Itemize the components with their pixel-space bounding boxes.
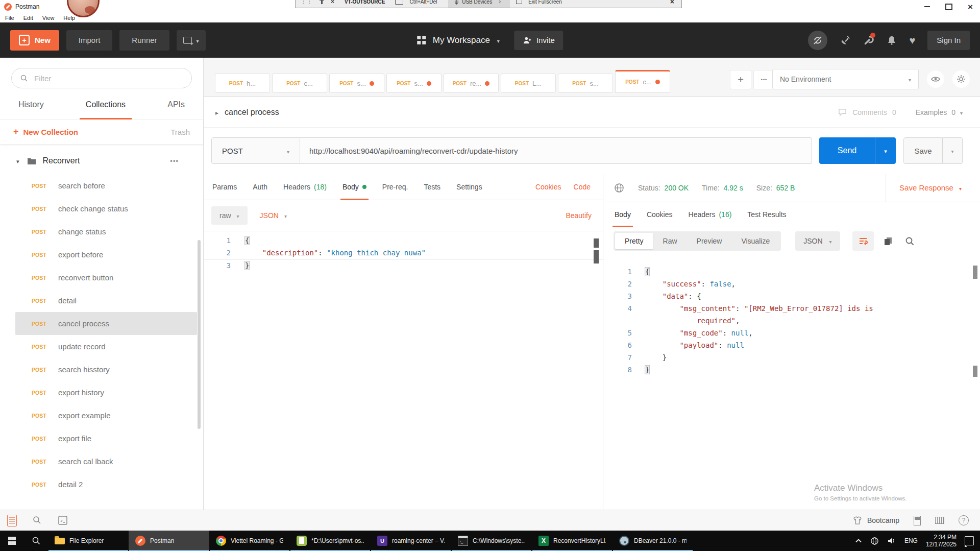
sidebar-request-item[interactable]: POSTcheck change status (15, 197, 197, 220)
body-language-select[interactable]: JSON (260, 211, 287, 220)
response-language-select[interactable]: JSON (795, 231, 840, 251)
open-tab[interactable]: POSTs... (329, 74, 384, 93)
open-tab[interactable]: POSTh... (215, 74, 270, 93)
filter-input[interactable] (33, 74, 183, 83)
chevron-up-icon[interactable] (855, 538, 862, 544)
open-tab[interactable]: POSTL... (501, 74, 556, 93)
trash-button[interactable]: Trash (170, 128, 190, 136)
console-toggle-icon[interactable] (7, 515, 17, 526)
sidebar-request-item[interactable]: POSTexport history (15, 381, 197, 404)
menu-item-edit[interactable]: Edit (23, 15, 33, 21)
examples-button[interactable]: Examples 0 (916, 108, 963, 116)
sidebar-tab-history[interactable]: History (12, 90, 50, 119)
sidebar-request-item[interactable]: POSTcancel process (15, 312, 197, 335)
settings-gear-button[interactable] (952, 70, 970, 88)
close-button[interactable]: × (968, 3, 973, 11)
sidebar-request-item[interactable]: POSTsearch cal lback (15, 450, 197, 473)
view-tab-preview[interactable]: Preview (687, 233, 732, 249)
sidebar-request-item[interactable]: POSTupdate record (15, 335, 197, 358)
tools-icon[interactable]: × (331, 0, 334, 5)
send-button[interactable]: Send (819, 137, 875, 164)
copy-response-button[interactable] (881, 236, 895, 246)
action-center-icon[interactable] (965, 536, 974, 545)
new-collection-button[interactable]: New Collection (13, 127, 78, 137)
taskbar-app-explorer[interactable]: File Explorer (48, 531, 129, 551)
language-indicator[interactable]: ENG (904, 537, 918, 544)
taskbar-app-cmd[interactable]: C:\Windows\syste... (451, 531, 532, 551)
new-button[interactable]: New (10, 30, 59, 51)
minimize-button[interactable] (924, 6, 930, 7)
collection-menu-icon[interactable] (170, 157, 179, 165)
beautify-link[interactable]: Beautify (566, 211, 592, 220)
open-tab[interactable]: POSTc... (615, 70, 670, 93)
taskbar-app-postman[interactable]: Postman (129, 531, 209, 551)
caret-down-icon[interactable] (16, 156, 19, 165)
terminal-icon[interactable] (58, 515, 69, 525)
response-tab-testresults[interactable]: Test Results (746, 202, 787, 227)
view-tab-pretty[interactable]: Pretty (615, 233, 653, 249)
response-tab-cookies[interactable]: Cookies (646, 202, 674, 227)
response-tab-body[interactable]: Body (614, 202, 632, 227)
menu-item-file[interactable]: File (5, 15, 14, 21)
open-tab[interactable]: POSTc... (272, 74, 327, 93)
sign-in-button[interactable]: Sign In (927, 31, 970, 50)
drag-handle-icon[interactable]: ⋮⋮ (301, 0, 313, 5)
sidebar-request-item[interactable]: POSTexport file (15, 427, 197, 450)
import-button[interactable]: Import (66, 30, 113, 51)
exit-fullscreen-icon[interactable] (516, 0, 522, 4)
workspace-switcher[interactable]: My Workspace (417, 35, 500, 45)
menu-item-help[interactable]: Help (63, 15, 75, 21)
new-window-button[interactable] (177, 30, 206, 51)
taskbar-search-button[interactable] (24, 531, 48, 551)
save-options-button[interactable] (943, 137, 963, 164)
response-scrollbar-thumb[interactable] (973, 266, 977, 279)
open-tab[interactable]: POSTs... (558, 74, 613, 93)
search-icon[interactable] (32, 515, 42, 525)
taskbar-clock[interactable]: 2:34 PM 12/17/2025 (926, 534, 957, 548)
request-body-editor[interactable]: 1{2 "description": "khong thich chay nuw… (204, 231, 603, 510)
cookies-link[interactable]: Cookies (535, 183, 561, 191)
taskbar-app-dbeaver[interactable]: DBeaver 21.0.0 - rm... (612, 531, 693, 551)
add-tab-button[interactable] (730, 70, 751, 89)
satellite-icon[interactable] (840, 35, 851, 46)
open-tab[interactable]: POSTre... (444, 74, 499, 93)
request-tab-auth[interactable]: Auth (252, 174, 268, 200)
help-icon[interactable] (959, 515, 969, 525)
request-tab-body[interactable]: Body (341, 174, 368, 200)
maximize-button[interactable] (945, 4, 952, 10)
save-button[interactable]: Save (903, 137, 943, 164)
request-tab-headers[interactable]: Headers(18) (282, 174, 328, 200)
sidebar-request-item[interactable]: POSTdetail (15, 289, 197, 312)
taskbar-app-chrome[interactable]: Viettel Roaming - G... (209, 531, 290, 551)
response-body-viewer[interactable]: 1{2 "success": false,3 "data": {4 "msg_c… (603, 255, 980, 510)
taskbar-app-excel[interactable]: ReconvertHistoryLi... (532, 531, 612, 551)
bootcamp-button[interactable]: Bootcamp (853, 516, 899, 524)
save-response-button[interactable]: Save Response (886, 174, 962, 202)
caret-right-icon[interactable] (215, 108, 218, 117)
sidebar-request-item[interactable]: POSTchange status (15, 220, 197, 243)
sync-disabled-button[interactable] (808, 31, 827, 50)
method-select[interactable]: POST (211, 137, 300, 164)
response-tab-headers[interactable]: Headers(16) (688, 202, 733, 227)
menu-item-view[interactable]: View (42, 15, 55, 21)
pin-icon[interactable] (321, 0, 323, 4)
taskbar-app-ide[interactable]: roaming-center – V... (371, 531, 451, 551)
open-tab[interactable]: POSTs... (386, 74, 442, 93)
toolbar-close-icon[interactable]: × (670, 0, 676, 6)
request-tab-params[interactable]: Params (211, 174, 238, 200)
send-options-button[interactable] (875, 137, 896, 164)
bell-icon[interactable] (887, 35, 897, 46)
runner-button[interactable]: Runner (119, 30, 169, 51)
sidebar-request-item[interactable]: POSTexport example (15, 404, 197, 427)
request-tab-prereq[interactable]: Pre-req. (381, 174, 409, 200)
response-scrollbar-thumb[interactable] (973, 366, 977, 377)
start-button[interactable] (0, 531, 24, 551)
ctrl-alt-del-button[interactable]: Ctrl+Alt+Del (409, 0, 437, 5)
sidebar-request-item[interactable]: POSTsearch hisstory (15, 358, 197, 381)
sidebar-request-item[interactable]: POSTsearch before (15, 174, 197, 197)
environment-select[interactable]: No Environment (772, 69, 919, 89)
collection-header[interactable]: Reconvert (0, 148, 203, 174)
request-tab-settings[interactable]: Settings (455, 174, 483, 200)
heart-icon[interactable]: ♥ (909, 35, 915, 45)
editor-scrollbar[interactable] (594, 238, 599, 263)
